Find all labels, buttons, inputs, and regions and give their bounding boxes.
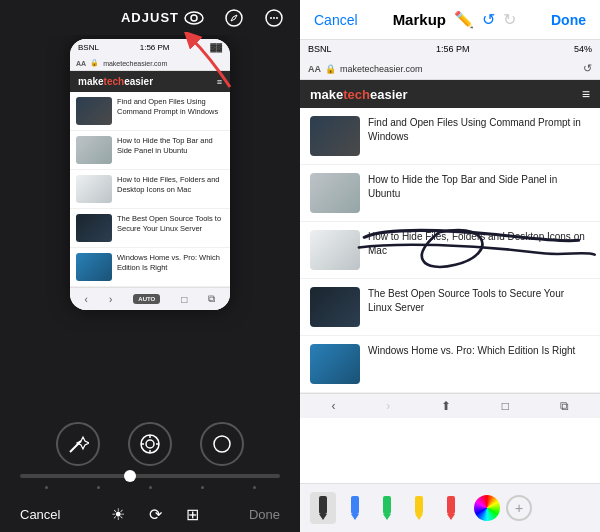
right-cancel-btn[interactable]: Cancel xyxy=(314,12,358,28)
right-forward-icon[interactable]: › xyxy=(386,399,390,413)
svg-point-5 xyxy=(273,17,275,19)
article-thumb xyxy=(76,253,112,281)
right-article-text: The Best Open Source Tools to Secure You… xyxy=(368,287,590,315)
black-pen-btn[interactable] xyxy=(310,492,336,524)
right-refresh-icon[interactable]: ↺ xyxy=(583,62,592,75)
brightness-icon[interactable]: ☀ xyxy=(111,505,125,524)
right-book-icon[interactable]: □ xyxy=(502,399,509,413)
markup-toolbar: + xyxy=(300,483,600,532)
right-thumb xyxy=(310,230,360,270)
svg-marker-20 xyxy=(383,514,391,520)
left-done-btn: Done xyxy=(249,507,280,522)
right-list-item: Find and Open Files Using Command Prompt… xyxy=(300,108,600,165)
left-bottom-nav: Cancel ☀ ⟳ ⊞ Done xyxy=(0,497,300,532)
svg-rect-23 xyxy=(447,496,455,514)
right-copy-icon[interactable]: ⧉ xyxy=(560,399,569,413)
svg-rect-19 xyxy=(383,496,391,514)
more-icon-btn[interactable] xyxy=(260,4,288,32)
right-top-bar: Cancel Markup ✏️ ↺ ↻ Done xyxy=(300,0,600,40)
url-aa: AA xyxy=(76,60,86,67)
article-text: The Best Open Source Tools to Secure You… xyxy=(117,214,224,234)
auto-btn[interactable]: AUTO xyxy=(133,294,160,304)
svg-point-9 xyxy=(146,440,154,448)
left-phone-mockup: BSNL 1:56 PM ▓▓ AA 🔒 maketecheasier.com … xyxy=(70,39,230,310)
red-pen-btn[interactable] xyxy=(438,492,464,524)
add-tool-btn[interactable]: + xyxy=(506,495,532,521)
list-item: Find and Open Files Using Command Prompt… xyxy=(70,92,230,131)
left-top-bar: ADJUST xyxy=(0,0,300,35)
right-url-bar: AA 🔒 maketecheasier.com ↺ xyxy=(300,58,600,80)
left-url-bar: AA 🔒 maketecheasier.com xyxy=(70,56,230,71)
right-site-header: maketecheasier ≡ xyxy=(300,80,600,108)
slider-dot xyxy=(45,486,48,489)
svg-marker-18 xyxy=(351,514,359,520)
bottom-tools: ☀ ⟳ ⊞ xyxy=(111,505,199,524)
right-thumb xyxy=(310,287,360,327)
article-text: Windows Home vs. Pro: Which Edition Is R… xyxy=(117,253,224,273)
right-browser-bar: ‹ › ⬆ □ ⧉ xyxy=(300,393,600,418)
wand-btn[interactable] xyxy=(56,422,100,466)
blue-pen-btn[interactable] xyxy=(342,492,368,524)
right-panel: Cancel Markup ✏️ ↺ ↻ Done BSNL 1:56 PM 5… xyxy=(300,0,600,532)
markup-pen-icon[interactable]: ✏️ xyxy=(454,10,474,29)
redo-icon: ↻ xyxy=(503,10,516,29)
rotate-icon[interactable]: ⟳ xyxy=(149,505,162,524)
right-thumb xyxy=(310,344,360,384)
slider-dots xyxy=(20,486,280,489)
left-status-bar: BSNL 1:56 PM ▓▓ xyxy=(70,39,230,56)
svg-point-6 xyxy=(276,17,278,19)
book-icon[interactable]: □ xyxy=(181,294,187,305)
slider-dot xyxy=(97,486,100,489)
right-back-icon[interactable]: ‹ xyxy=(331,399,335,413)
undo-icon[interactable]: ↺ xyxy=(482,10,495,29)
slider-dot xyxy=(149,486,152,489)
right-list-item-scribble: How to Hide Files, Folders and Desktop I… xyxy=(300,222,600,279)
green-pen-btn[interactable] xyxy=(374,492,400,524)
moon-btn[interactable] xyxy=(200,422,244,466)
copy-icon[interactable]: ⧉ xyxy=(208,293,215,305)
left-article-list: Find and Open Files Using Command Prompt… xyxy=(70,92,230,287)
yellow-pen-btn[interactable] xyxy=(406,492,432,524)
right-article-text: How to Hide Files, Folders and Desktop I… xyxy=(368,230,590,258)
slider-dot xyxy=(253,486,256,489)
adjust-label: ADJUST xyxy=(121,10,179,25)
markup-tools-row: + xyxy=(310,492,590,524)
target-btn[interactable] xyxy=(128,422,172,466)
left-browser-bar: ‹ › AUTO □ ⧉ xyxy=(70,287,230,310)
svg-point-4 xyxy=(270,17,272,19)
list-item: Windows Home vs. Pro: Which Edition Is R… xyxy=(70,248,230,287)
svg-rect-17 xyxy=(351,496,359,514)
right-site-title: maketecheasier xyxy=(310,87,408,102)
right-content-area: BSNL 1:56 PM 54% AA 🔒 maketecheasier.com… xyxy=(300,40,600,483)
svg-marker-16 xyxy=(319,514,327,520)
right-hamburger-icon: ≡ xyxy=(582,86,590,102)
svg-point-0 xyxy=(185,12,203,24)
left-site-header: maketecheasier ≡ xyxy=(70,71,230,92)
svg-line-7 xyxy=(70,441,81,452)
crop-icon[interactable]: ⊞ xyxy=(186,505,199,524)
slider-bar[interactable] xyxy=(20,474,280,478)
eye-icon-btn[interactable] xyxy=(180,4,208,32)
right-article-text: How to Hide the Top Bar and Side Panel i… xyxy=(368,173,590,201)
forward-icon[interactable]: › xyxy=(109,294,112,305)
right-share-icon[interactable]: ⬆ xyxy=(441,399,451,413)
left-controls xyxy=(0,410,300,497)
color-wheel-btn[interactable] xyxy=(474,495,500,521)
svg-rect-21 xyxy=(415,496,423,514)
left-status-time: 1:56 PM xyxy=(140,43,170,52)
slider-dot xyxy=(201,486,204,489)
right-status-bar: BSNL 1:56 PM 54% xyxy=(300,40,600,58)
left-status-battery: ▓▓ xyxy=(210,43,222,52)
url-text: maketecheasier.com xyxy=(103,60,224,67)
pen-icon-btn[interactable] xyxy=(220,4,248,32)
left-site-title: maketecheasier xyxy=(78,76,153,87)
back-icon[interactable]: ‹ xyxy=(85,294,88,305)
left-cancel-btn[interactable]: Cancel xyxy=(20,507,60,522)
right-url-lock: 🔒 xyxy=(325,64,336,74)
svg-point-2 xyxy=(226,10,242,26)
right-carrier: BSNL xyxy=(308,44,332,54)
article-text: How to Hide Files, Folders and Desktop I… xyxy=(117,175,224,195)
right-list-item: Windows Home vs. Pro: Which Edition Is R… xyxy=(300,336,600,393)
right-done-btn[interactable]: Done xyxy=(551,12,586,28)
right-list-item: The Best Open Source Tools to Secure You… xyxy=(300,279,600,336)
